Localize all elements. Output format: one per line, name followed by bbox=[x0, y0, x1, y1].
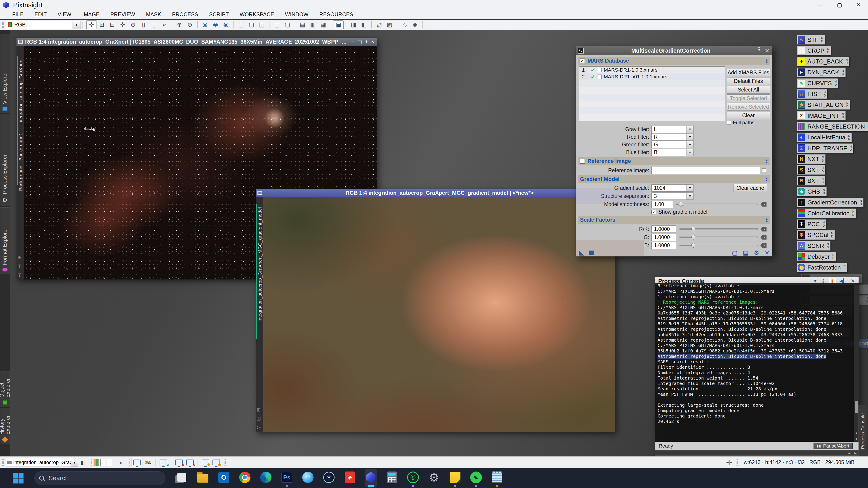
clear-button[interactable]: Clear bbox=[727, 111, 770, 119]
zoom-fit-icon[interactable]: ◉ bbox=[210, 20, 221, 29]
active-view-selector[interactable]: integration_autocrop_GraXpert_M ▼ bbox=[6, 458, 78, 467]
menu-workspace[interactable]: WORKSPACE bbox=[234, 11, 279, 18]
taskbar-app-sticky-notes[interactable] bbox=[449, 469, 461, 487]
taskbar-app-chrome[interactable] bbox=[239, 469, 251, 487]
taskbar-app-outlook[interactable]: O bbox=[217, 469, 230, 487]
scale-factors-section-header[interactable]: Scale Factors ▲▲ bbox=[578, 216, 770, 224]
expand-icon[interactable]: ⊞ bbox=[18, 255, 22, 260]
panels-icon[interactable]: ◫ bbox=[18, 263, 22, 269]
contrast-icon[interactable]: ◧ bbox=[78, 458, 88, 467]
process-console-edge-tab[interactable]: Process Console bbox=[859, 405, 867, 457]
gradient-model-section-header[interactable]: Gradient Model ▲▲ bbox=[578, 175, 770, 183]
table-row[interactable]: 1 ✓ MARS-DR1-1.0.3.xmars bbox=[579, 67, 725, 73]
reference-image-input[interactable] bbox=[651, 167, 760, 174]
preferences-wrench-icon[interactable]: ⚙ bbox=[754, 250, 759, 256]
close-icon[interactable]: × bbox=[371, 39, 374, 45]
mask-invert-icon[interactable]: ◈ bbox=[410, 20, 420, 29]
reference-checkbox[interactable] bbox=[580, 159, 585, 164]
mask-enable-icon[interactable]: ◇ bbox=[399, 20, 410, 29]
view-picker-button[interactable] bbox=[762, 168, 766, 172]
menu-script[interactable]: SCRIPT bbox=[204, 11, 234, 18]
reset-icon[interactable]: × bbox=[761, 227, 767, 232]
target-icon[interactable]: ◎ bbox=[257, 424, 260, 430]
bit-depth-24-button[interactable]: 24 bbox=[143, 458, 153, 467]
mask-color-chip[interactable] bbox=[107, 459, 112, 466]
mars-checkbox[interactable]: ✓ bbox=[580, 59, 585, 63]
gray-filter-select[interactable]: L ▼ bbox=[651, 126, 693, 133]
page-next-icon[interactable]: ▯ bbox=[149, 20, 159, 29]
process-icon-ghs[interactable]: ★GHSND bbox=[797, 187, 827, 196]
icons-group-b-icon[interactable]: ▨ bbox=[384, 20, 395, 29]
target-icon[interactable]: ◎ bbox=[18, 272, 22, 277]
image-window-gradient-model[interactable]: RGB 1:4 integration_autocrop_GraXpert_MG… bbox=[256, 189, 615, 432]
toolbar-drag-handle[interactable] bbox=[82, 22, 85, 28]
scroll-right-icon[interactable]: ▶ bbox=[852, 451, 859, 455]
minimize-button[interactable]: ─ bbox=[811, 0, 830, 10]
close-all-views-button[interactable]: × bbox=[184, 458, 195, 467]
scroll-down-icon[interactable]: ▼ bbox=[854, 436, 859, 442]
rk-slider[interactable] bbox=[680, 228, 758, 230]
active-window-mode-icon[interactable]: ▣ bbox=[333, 20, 344, 29]
process-icon-range_selection[interactable]: RANGE_SELECTIONND bbox=[797, 122, 868, 131]
drag-handle[interactable] bbox=[736, 459, 738, 466]
zoom-1-1-icon[interactable]: ◉ bbox=[200, 20, 210, 29]
scroll-left-icon[interactable]: ◀ bbox=[846, 451, 852, 455]
channel-selector[interactable]: RGB ▼ bbox=[6, 21, 81, 29]
mars-file-table[interactable]: 1 ✓ MARS-DR1-1.0.3.xmars 2 ✓ MARS-DR1-u0… bbox=[579, 66, 725, 121]
process-icon-colorcalibration[interactable]: ColorCalibrationND bbox=[797, 208, 856, 218]
process-icon-sxt[interactable]: SSXTND bbox=[797, 165, 825, 175]
apply-square-icon[interactable] bbox=[589, 251, 594, 255]
default-files-button[interactable]: Default Files bbox=[727, 77, 770, 85]
structure-separation-select[interactable]: 3 ▼ bbox=[651, 193, 693, 200]
realtime-preview-icon[interactable]: ▢ bbox=[732, 250, 738, 256]
cursor-tool-icon[interactable]: ➢ bbox=[159, 20, 169, 29]
process-icon-curves[interactable]: ∿CURVESND bbox=[797, 78, 838, 88]
sidebar-tab-format-explorer[interactable]: Format Explorer bbox=[0, 207, 9, 274]
process-console[interactable]: Process Console ▼ ⇕ ▮ ◀▏ ✕ 3 reference i… bbox=[655, 277, 859, 456]
zoom-out-icon[interactable]: ⊖ bbox=[185, 20, 195, 29]
scroll-up-icon[interactable]: ▲ bbox=[854, 430, 859, 436]
tile-windows-icon[interactable]: ◨ bbox=[348, 20, 359, 29]
view-tab-background1[interactable]: Background1 bbox=[18, 133, 24, 161]
link-channels-icon[interactable]: ▦ bbox=[318, 20, 329, 29]
zoom-button[interactable]: + bbox=[365, 39, 368, 45]
menu-view[interactable]: VIEW bbox=[52, 11, 77, 18]
toolbar-drag-handle[interactable] bbox=[2, 22, 4, 28]
window1-titlebar[interactable]: RGB 1:4 integration_autocrop_GraXpert | … bbox=[17, 38, 377, 46]
foreground-color-chip[interactable] bbox=[94, 459, 98, 466]
table-row[interactable]: 2 ✓ MARS-DR1-u01-1.0.1.xmars bbox=[579, 73, 725, 80]
dock-window-button[interactable]: ◂ bbox=[158, 458, 169, 467]
zoom-in-icon[interactable]: ⊕ bbox=[174, 20, 185, 29]
red-filter-select[interactable]: R ▼ bbox=[651, 133, 693, 140]
g-slider[interactable] bbox=[680, 236, 758, 238]
cascade-windows-icon[interactable]: ◧ bbox=[359, 20, 369, 29]
mgc-titlebar[interactable]: MultiscaleGradientCorrection ▾ ✕ bbox=[576, 46, 772, 55]
background-color-chip[interactable] bbox=[100, 459, 105, 466]
taskbar-app-calculator[interactable] bbox=[385, 469, 398, 487]
drag-handle[interactable] bbox=[90, 459, 92, 466]
chevron-down-icon[interactable]: ▼ bbox=[72, 21, 80, 29]
taskbar-app-spotify[interactable]: ≡ bbox=[470, 469, 483, 487]
process-icon-crop[interactable]: ╬CROPND bbox=[797, 46, 831, 55]
close-icon[interactable]: ✕ bbox=[765, 47, 770, 54]
process-icon-auto_back[interactable]: ✈AUTO_BACKND bbox=[797, 57, 849, 66]
drag-handle[interactable] bbox=[2, 459, 4, 466]
process-icon-nxt[interactable]: NNXTND bbox=[797, 154, 826, 164]
process-icon-bxt[interactable]: BBXTND bbox=[797, 176, 825, 186]
screen-mode-button[interactable] bbox=[131, 458, 143, 467]
menu-file[interactable]: FILE bbox=[7, 11, 29, 18]
collapse-icon[interactable]: ▲▲ bbox=[765, 177, 768, 181]
sidebar-tab-object-explorer[interactable]: Object Explorer bbox=[0, 371, 9, 408]
gradient-scale-select[interactable]: 1024 ▼ bbox=[651, 184, 693, 192]
model-smoothness-slider[interactable] bbox=[676, 203, 758, 205]
move-tool-icon[interactable]: ✛ bbox=[86, 20, 97, 29]
view-tab-main[interactable]: integration_autocrop_GraXpert bbox=[18, 59, 24, 125]
shrink-view-icon[interactable]: ⊟ bbox=[107, 20, 118, 29]
taskbar-app-photoshop[interactable]: Ps bbox=[281, 469, 293, 487]
taskbar-app-settings[interactable]: ⚙ bbox=[428, 469, 440, 487]
console-vertical-scrollbar[interactable]: ▲ ▼ bbox=[854, 285, 859, 442]
reset-icon[interactable]: × bbox=[761, 243, 767, 248]
taskbar-app-task-view[interactable] bbox=[176, 469, 188, 487]
search-input[interactable]: Search bbox=[34, 471, 165, 485]
process-icon-pcc[interactable]: ✳PCCND bbox=[797, 219, 826, 229]
